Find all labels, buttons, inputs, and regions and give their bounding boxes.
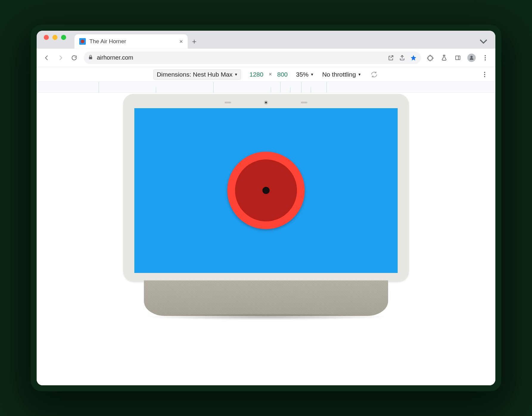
throttling-dropdown[interactable]: No throttling ▼ <box>322 71 361 78</box>
emulated-viewport <box>37 93 495 385</box>
rotate-button[interactable] <box>370 70 379 79</box>
throttling-value: No throttling <box>322 71 356 78</box>
url-text: airhorner.com <box>97 54 384 61</box>
bookmark-star-icon[interactable] <box>410 55 417 61</box>
sensor-pill-icon <box>225 102 231 103</box>
new-tab-button[interactable]: + <box>188 34 201 49</box>
browser-toolbar: airhorner.com <box>37 49 495 67</box>
share-icon[interactable] <box>399 55 405 61</box>
device-frame <box>123 94 409 320</box>
viewport-width[interactable]: 1280 <box>249 71 263 78</box>
viewport-dimensions: 1280 × 800 <box>249 71 287 78</box>
zoom-value: 35% <box>296 71 309 78</box>
forward-button[interactable] <box>55 52 66 64</box>
window-minimize-button[interactable] <box>52 35 57 40</box>
profile-button[interactable] <box>466 52 477 64</box>
labs-button[interactable] <box>438 52 450 64</box>
zoom-dropdown[interactable]: 35% ▼ <box>296 71 314 78</box>
device-toolbar: Dimensions: Nest Hub Max ▼ 1280 × 800 35… <box>37 67 495 82</box>
open-external-icon[interactable] <box>388 55 394 61</box>
device-dropdown-label: Dimensions: Nest Hub Max <box>157 71 232 78</box>
tab-search-button[interactable] <box>477 34 490 49</box>
chevron-down-icon: ▼ <box>310 72 314 77</box>
address-bar[interactable]: airhorner.com <box>84 52 421 64</box>
browser-tab[interactable]: The Air Horner × <box>74 34 188 49</box>
air-horn-button[interactable] <box>227 152 305 229</box>
emulated-screen[interactable] <box>134 108 398 273</box>
favicon-icon <box>79 38 86 45</box>
window-close-button[interactable] <box>44 35 49 40</box>
camera-icon <box>264 100 268 105</box>
device-sensors <box>134 100 398 105</box>
side-panel-button[interactable] <box>452 52 464 64</box>
device-toolbar-menu[interactable] <box>480 70 489 79</box>
chevron-down-icon: ▼ <box>234 72 238 77</box>
close-tab-button[interactable]: × <box>179 38 183 45</box>
sensor-pill-icon <box>301 102 307 103</box>
device-dropdown[interactable]: Dimensions: Nest Hub Max ▼ <box>153 69 241 80</box>
tab-title: The Air Horner <box>89 38 179 45</box>
lock-icon <box>88 55 93 61</box>
chevron-down-icon: ▼ <box>358 72 361 77</box>
extensions-button[interactable] <box>424 52 436 64</box>
window-maximize-button[interactable] <box>61 35 66 40</box>
browser-window: The Air Horner × + <box>37 31 495 385</box>
chrome-menu-button[interactable] <box>479 52 491 64</box>
back-button[interactable] <box>41 52 53 64</box>
device-base <box>144 280 388 316</box>
window-controls <box>44 31 66 49</box>
dimension-separator: × <box>269 71 272 77</box>
svg-rect-0 <box>456 56 460 60</box>
viewport-height[interactable]: 800 <box>277 71 288 78</box>
tab-strip: The Air Horner × + <box>37 31 495 49</box>
reload-button[interactable] <box>68 52 80 64</box>
device-ruler <box>37 82 495 93</box>
